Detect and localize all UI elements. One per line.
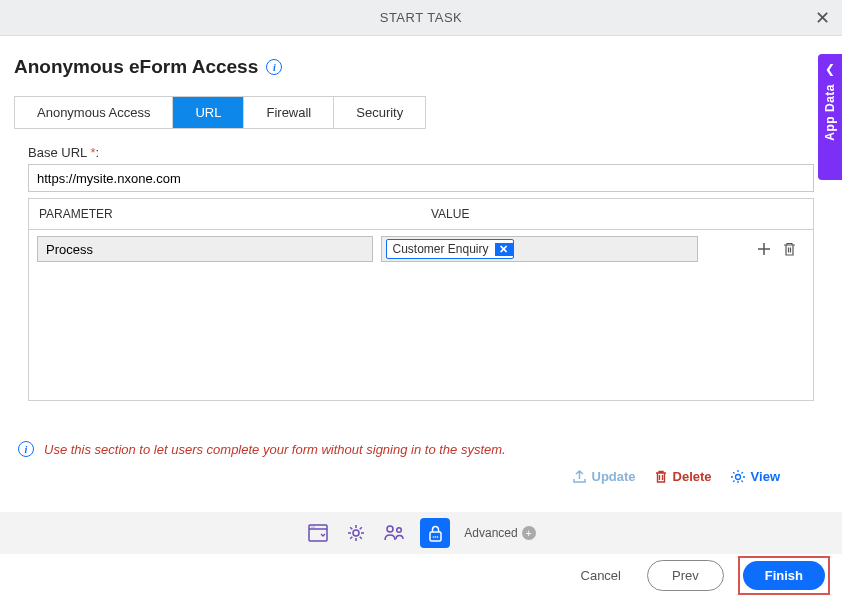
main-content: Anonymous eForm Access i Anonymous Acces… [0, 36, 842, 494]
chip-label: Customer Enquiry [387, 240, 495, 258]
base-url-input[interactable] [28, 164, 814, 192]
tab-bar: Anonymous Access URL Firewall Security [14, 96, 426, 129]
tab-url[interactable]: URL [173, 97, 244, 128]
chip-remove-icon[interactable]: ✕ [495, 243, 513, 256]
svg-point-5 [387, 526, 393, 532]
upload-icon [572, 469, 587, 484]
lock-icon[interactable] [420, 518, 450, 548]
people-icon[interactable] [382, 521, 406, 545]
svg-point-10 [437, 536, 439, 538]
app-data-side-tab[interactable]: ❮ App Data [818, 54, 842, 180]
tab-security[interactable]: Security [334, 97, 425, 128]
svg-point-0 [735, 475, 740, 480]
delete-row-icon[interactable] [782, 241, 797, 257]
value-column-header: VALUE [421, 199, 813, 229]
window-icon[interactable] [306, 521, 330, 545]
dialog-header: START TASK ✕ [0, 0, 842, 36]
finish-highlight: Finish [738, 556, 830, 595]
svg-point-2 [312, 526, 313, 527]
svg-point-4 [353, 530, 359, 536]
base-url-label: Base URL *: [28, 145, 814, 160]
parameter-value-input[interactable]: Customer Enquiry ✕ [381, 236, 699, 262]
tab-anonymous-access[interactable]: Anonymous Access [15, 97, 173, 128]
info-icon[interactable]: i [266, 59, 282, 75]
parameter-table: PARAMETER VALUE Customer Enquiry ✕ [28, 198, 814, 401]
advanced-button[interactable]: Advanced + [464, 526, 535, 540]
view-icon [730, 469, 746, 484]
parameter-column-header: PARAMETER [29, 199, 421, 229]
prev-button[interactable]: Prev [647, 560, 724, 591]
tab-firewall[interactable]: Firewall [244, 97, 334, 128]
value-chip: Customer Enquiry ✕ [386, 239, 514, 259]
svg-point-3 [314, 526, 315, 527]
add-row-icon[interactable] [756, 241, 772, 257]
page-title: Anonymous eForm Access [14, 56, 258, 78]
svg-point-8 [433, 536, 435, 538]
plus-circle-icon: + [522, 526, 536, 540]
delete-button[interactable]: Delete [654, 469, 712, 484]
finish-button[interactable]: Finish [743, 561, 825, 590]
table-row: Customer Enquiry ✕ [29, 230, 813, 268]
side-tab-label: App Data [823, 84, 837, 141]
svg-point-9 [435, 536, 437, 538]
trash-icon [654, 469, 668, 484]
hint-text: Use this section to let users complete y… [44, 442, 506, 457]
update-button[interactable]: Update [572, 469, 636, 484]
cancel-button[interactable]: Cancel [569, 562, 633, 589]
bottom-actions: Cancel Prev Finish [0, 554, 842, 596]
chevron-left-icon: ❮ [825, 62, 835, 76]
footer-toolbar: Advanced + [0, 512, 842, 554]
hint-info-icon: i [18, 441, 34, 457]
view-button[interactable]: View [730, 469, 780, 484]
svg-point-6 [397, 528, 402, 533]
gear-icon[interactable] [344, 521, 368, 545]
parameter-name-input[interactable] [37, 236, 373, 262]
close-icon[interactable]: ✕ [815, 7, 830, 29]
dialog-title: START TASK [380, 10, 463, 25]
required-indicator: * [90, 145, 95, 160]
